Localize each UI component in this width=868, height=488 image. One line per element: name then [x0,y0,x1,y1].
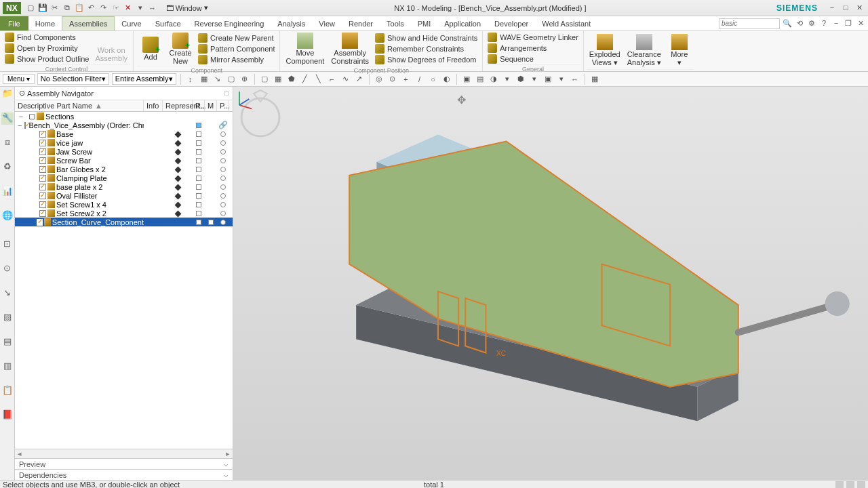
tree-row[interactable]: Clamping Plate [15,174,233,182]
tab-developer[interactable]: Developer [488,16,535,30]
tb-icon-13[interactable]: ↗ [354,74,365,85]
find-components-button[interactable]: Find Components [3,32,91,43]
show-product-outline-button[interactable]: Show Product Outline [3,54,91,64]
tab-tools[interactable]: Tools [380,16,411,30]
tb-icon-24[interactable]: ⬢ [515,74,526,85]
tab-assemblies[interactable]: Assemblies [62,16,115,30]
reset-icon[interactable]: ⟲ [795,19,804,28]
tab-analysis[interactable]: Analysis [271,16,312,30]
tb-icon-2[interactable]: ▦ [199,74,210,85]
tb-icon-20[interactable]: ▣ [461,74,472,85]
tb-icon-8[interactable]: ⬟ [286,74,297,85]
minimize-button[interactable]: − [826,3,838,12]
tb-icon-14[interactable]: ◎ [374,74,384,85]
tb-icon-5[interactable]: ⊕ [239,74,250,85]
res-book-icon[interactable]: 📕 [1,409,14,422]
res-part-navigator-icon[interactable]: 📁 [1,88,14,100]
res-layer-icon[interactable]: ▤ [1,336,14,348]
file-menu[interactable]: File [0,16,28,30]
tree-row[interactable]: Bar Globes x 2 [15,165,233,174]
tb-icon-12[interactable]: ∿ [340,74,351,85]
mirror-assembly-button[interactable]: Mirror Assembly [196,54,277,65]
more-icon[interactable]: ↔ [147,3,158,14]
tree-row[interactable]: Set Screw2 x 2 [15,209,233,218]
pin-icon[interactable]: □ [224,89,229,97]
col-info-header[interactable]: Info [144,100,163,111]
show-hide-constraints-button[interactable]: Show and Hide Constraints [373,33,479,43]
tb-icon-17[interactable]: / [414,74,425,85]
selection-filter-dropdown[interactable]: No Selection Filter▾ [37,73,109,85]
tab-reverse-engineering[interactable]: Reverse Engineering [188,16,271,30]
tb-icon-28[interactable]: ↔ [570,74,580,85]
res-constraint-icon[interactable]: ⧈ [1,137,14,149]
menu-dropdown[interactable]: Menu ▾ [3,74,35,84]
pattern-component-button[interactable]: Pattern Component [196,43,277,54]
dependencies-section[interactable]: Dependencies⌵ [15,469,233,480]
wave-geometry-linker-button[interactable]: WAVE Geometry Linker [486,32,580,43]
doc-close-button[interactable]: ✕ [856,19,865,28]
col-p-header[interactable]: P... [217,100,229,111]
tree-row[interactable]: Base [15,129,233,138]
tb-icon-1[interactable]: ↕ [185,74,196,85]
tree-selected-row[interactable]: Section_Curve_Component [15,218,233,226]
show-degrees-freedom-button[interactable]: Show Degrees of Freedom [373,54,479,65]
tb-icon-11[interactable]: ⌐ [327,74,338,85]
tree-row[interactable]: Oval Fillister [15,191,233,200]
tb-icon-4[interactable]: ▢ [226,74,237,85]
preview-section[interactable]: Preview⌵ [15,458,233,469]
paste-icon[interactable]: 📋 [74,3,85,14]
res-assembly-navigator-icon[interactable]: 🔧 [1,113,14,125]
tb-icon-23[interactable]: ▾ [502,74,513,85]
tab-application[interactable]: Application [437,16,488,30]
tab-home[interactable]: Home [28,16,62,30]
tab-pmi[interactable]: PMI [411,16,438,30]
tab-view[interactable]: View [312,16,342,30]
options-icon[interactable]: ⚙ [807,19,816,28]
col-name-header[interactable]: Descriptive Part Name ▲ [15,100,144,111]
search-icon[interactable]: 🔍 [783,19,792,28]
tb-icon-22[interactable]: ◑ [488,74,499,85]
res-material-icon[interactable]: ↘ [1,287,14,300]
dropdown-icon[interactable]: ▾ [135,3,146,14]
assembly-constraints-button[interactable]: Assembly Constraints [328,32,372,66]
clearance-analysis-button[interactable]: Clearance Analysis ▾ [625,33,664,68]
arrangements-button[interactable]: Arrangements [486,43,580,54]
tab-surface[interactable]: Surface [149,16,188,30]
help-icon[interactable]: ? [819,19,829,28]
redo-icon[interactable]: ↷ [98,3,109,14]
tb-icon-18[interactable]: ○ [428,74,439,85]
status-icon-3[interactable] [857,481,865,488]
tb-icon-26[interactable]: ▣ [542,74,553,85]
sequence-button[interactable]: Sequence [486,54,580,64]
new-icon[interactable]: ▢ [25,3,36,14]
tb-icon-19[interactable]: ◐ [441,74,452,85]
tree-row[interactable]: vice jaw [15,138,233,147]
res-background-icon[interactable]: ▨ [1,312,14,324]
create-new-button[interactable]: Create New [166,32,195,66]
tb-icon-9[interactable]: ╱ [300,74,311,85]
save-icon[interactable]: 💾 [37,3,48,14]
tb-icon-6[interactable]: ▢ [259,74,270,85]
more-button[interactable]: More ▾ [665,33,694,68]
tb-icon-3[interactable]: ↘ [212,74,223,85]
res-history-icon[interactable]: 📊 [1,186,14,198]
res-sheet-icon[interactable]: ▥ [1,361,14,373]
tab-render[interactable]: Render [342,16,380,30]
tb-icon-15[interactable]: ⊙ [387,74,398,85]
status-icon-2[interactable] [846,481,854,488]
tb-icon-7[interactable]: ▦ [273,74,283,85]
tab-curve[interactable]: Curve [115,16,148,30]
undo-icon[interactable]: ↶ [86,3,97,14]
touch-icon[interactable]: ☞ [111,3,121,14]
col-r-header[interactable]: R.. [193,100,205,111]
cut-icon[interactable]: ✂ [50,3,60,14]
res-system-icon[interactable]: ⊡ [1,239,14,251]
close-button[interactable]: ✕ [853,3,865,12]
exploded-views-button[interactable]: Exploded Views ▾ [587,33,623,68]
res-notes-icon[interactable]: 📋 [1,385,14,397]
open-by-proximity-button[interactable]: Open by Proximity [3,43,91,54]
tree-root[interactable]: −Bench_Vice_Assembly (Order: Chronolo...… [15,121,233,129]
tb-icon-16[interactable]: + [401,74,412,85]
delete-icon[interactable]: ✕ [123,3,134,14]
col-represent-header[interactable]: Represent... [163,100,193,111]
